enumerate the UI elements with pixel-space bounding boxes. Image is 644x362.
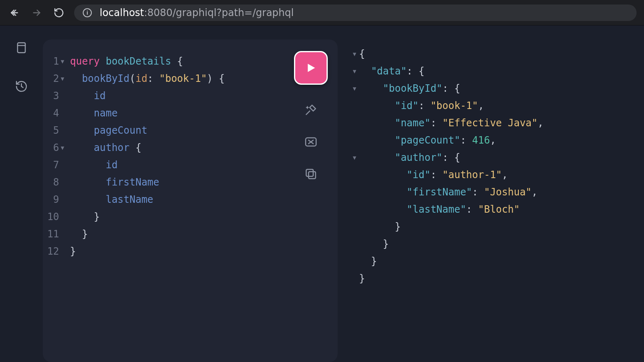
code-line[interactable]: }	[70, 243, 338, 260]
merge-button[interactable]	[304, 135, 318, 149]
fold-caret[interactable]: ▼	[350, 154, 359, 161]
fold-caret	[61, 248, 64, 255]
gutter-line: 6▼	[43, 139, 66, 156]
result-line: }	[350, 253, 632, 270]
svg-marker-6	[308, 64, 315, 72]
gutter-line: 8	[43, 174, 66, 191]
gutter-line: 11	[43, 225, 66, 243]
result-line: }	[350, 235, 632, 253]
editor-tools	[294, 51, 328, 181]
copy-icon	[304, 167, 318, 181]
left-rail	[0, 26, 43, 362]
svg-rect-9	[306, 169, 313, 176]
reload-button[interactable]	[52, 6, 66, 20]
merge-icon	[304, 135, 318, 149]
forward-button[interactable]	[30, 6, 44, 20]
result-line: ▼{	[350, 45, 632, 63]
gutter-line: 10	[43, 208, 66, 225]
fold-caret[interactable]: ▼	[61, 144, 64, 151]
prettify-button[interactable]	[304, 103, 318, 117]
forward-icon	[31, 7, 42, 18]
result-line: "lastName": "Bloch"	[350, 201, 632, 218]
fold-caret[interactable]: ▼	[350, 68, 359, 74]
fold-caret	[61, 231, 64, 237]
history-button[interactable]	[14, 79, 29, 94]
fold-caret	[61, 213, 64, 220]
code-line[interactable]: lastName	[70, 191, 338, 208]
fold-caret	[61, 110, 64, 116]
docs-icon	[15, 41, 28, 54]
result-line: "pageCount": 416,	[350, 132, 632, 149]
fold-caret	[61, 93, 64, 99]
site-info-icon[interactable]	[82, 8, 92, 18]
fold-caret[interactable]: ▼	[350, 51, 359, 57]
gutter: 1▼2▼3 4 5 6▼7 8 9 10 11 12	[43, 39, 66, 362]
fold-caret	[61, 196, 64, 203]
result-line: "id": "author-1",	[350, 166, 632, 183]
result-line: "id": "book-1",	[350, 97, 632, 114]
gutter-line: 3	[43, 87, 66, 104]
execute-button[interactable]	[294, 51, 328, 85]
graphiql-app: 1▼2▼3 4 5 6▼7 8 9 10 11 12 query bookDet…	[0, 26, 644, 362]
docs-button[interactable]	[14, 40, 29, 55]
gutter-line: 4	[43, 104, 66, 122]
gutter-line: 1▼	[43, 53, 66, 70]
result-line: "firstName": "Joshua",	[350, 183, 632, 201]
query-editor[interactable]: 1▼2▼3 4 5 6▼7 8 9 10 11 12 query bookDet…	[43, 39, 338, 362]
gutter-line: 2▼	[43, 70, 66, 87]
back-icon	[9, 7, 20, 18]
fold-caret[interactable]: ▼	[350, 85, 359, 92]
svg-point-3	[87, 10, 88, 11]
reload-icon	[54, 7, 64, 18]
fold-caret	[61, 127, 64, 134]
history-icon	[15, 80, 28, 93]
result-line: ▼ "author": {	[350, 149, 632, 166]
play-icon	[305, 61, 317, 75]
result-line: "name": "Effective Java",	[350, 114, 632, 132]
fold-caret[interactable]: ▼	[61, 58, 64, 65]
gutter-line: 7	[43, 156, 66, 174]
browser-toolbar: localhost:8080/graphiql?path=/graphql	[0, 0, 644, 26]
fold-caret	[61, 162, 64, 168]
copy-button[interactable]	[304, 167, 318, 181]
code-line[interactable]: }	[70, 225, 338, 243]
gutter-line: 5	[43, 122, 66, 139]
address-bar[interactable]: localhost:8080/graphiql?path=/graphql	[74, 5, 637, 21]
code-line[interactable]: }	[70, 208, 338, 225]
result-pane: ▼{▼ "data": {▼ "bookById": { "id": "book…	[338, 26, 644, 362]
svg-rect-4	[18, 43, 26, 53]
url-text: localhost:8080/graphiql?path=/graphql	[100, 7, 294, 19]
gutter-line: 9	[43, 191, 66, 208]
back-button[interactable]	[7, 6, 21, 20]
prettify-icon	[304, 103, 318, 117]
svg-rect-8	[308, 172, 315, 179]
result-line: ▼ "data": {	[350, 63, 632, 80]
gutter-line: 12	[43, 243, 66, 260]
result-line: }	[350, 218, 632, 235]
result-line: ▼ "bookById": {	[350, 80, 632, 97]
result-line: }	[350, 270, 632, 287]
fold-caret[interactable]: ▼	[61, 75, 64, 82]
fold-caret	[61, 179, 64, 186]
